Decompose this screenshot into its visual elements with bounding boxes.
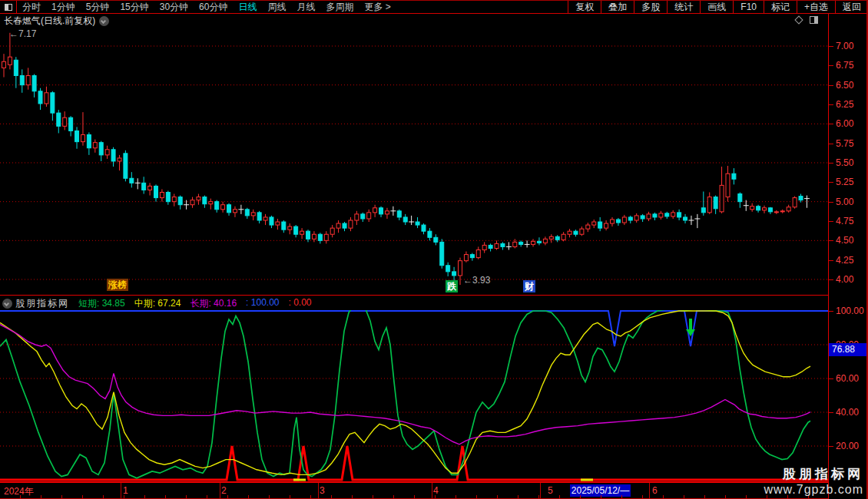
page-title: 长春燃气(日线.前复权) <box>0 15 95 28</box>
menu-item-period-1[interactable]: 1分钟 <box>46 1 81 13</box>
timeline-tick <box>649 483 650 498</box>
timeline-label-1: 1 <box>123 485 128 496</box>
panel-separator <box>0 295 868 296</box>
indicator-axis-tick <box>829 378 833 379</box>
timeline-tick <box>220 483 220 498</box>
title-row-icons <box>796 16 818 24</box>
price-axis-label: 5.75 <box>836 138 853 149</box>
indicator-axis-tick <box>829 446 833 447</box>
fall-event-badge[interactable]: 跌 <box>446 280 458 292</box>
window-split-icon <box>5 4 12 11</box>
menu-item-period-2[interactable]: 5分钟 <box>81 1 115 13</box>
watermark: 股朋指标网 www.7gpzb.com <box>764 467 864 497</box>
indicator-axis-label: 60.00 <box>836 373 859 384</box>
indicator-axis-tick <box>829 412 833 413</box>
cursor-value-box: 76.88 <box>829 343 868 356</box>
price-axis-tick <box>829 240 833 241</box>
timeline-label-3: 3 <box>320 485 325 496</box>
indicator-header: 股朋指标网 短期: 34.85中期: 67.24长期: 40.16: 100.0… <box>0 296 828 310</box>
timeline-label-0: 2024年 <box>4 485 34 498</box>
candlestick-chart[interactable]: ←7.17 ←3.93 涨榜 跌 财 <box>0 28 828 295</box>
timeline-label-4: 4 <box>433 485 439 496</box>
menu-item-period-9[interactable]: 多周期 <box>320 1 359 13</box>
title-row: 长春燃气(日线.前复权) <box>0 14 828 28</box>
price-axis-tick <box>829 202 833 203</box>
timeline-label-5: 5 <box>548 485 553 496</box>
price-axis-label: 6.25 <box>836 99 853 110</box>
cursor-date-box[interactable]: 2025/05/12/— <box>570 484 631 497</box>
indicator-axis-label: 40.00 <box>836 407 859 418</box>
price-axis-label: 7.00 <box>836 41 853 51</box>
price-axis-tick <box>829 163 833 164</box>
menu-item-tool-3[interactable]: 统计 <box>667 1 700 13</box>
timeline-tick <box>318 483 319 498</box>
menu-item-tool-5[interactable]: F10 <box>733 1 764 13</box>
timeline-tick <box>121 483 121 498</box>
menu-item-tool-6[interactable]: 标记 <box>764 1 797 13</box>
high-price-annotation: ←7.17 <box>9 28 36 39</box>
rank-event-badge[interactable]: 涨榜 <box>107 279 128 291</box>
price-axis-tick <box>829 46 833 47</box>
price-axis-label: 6.50 <box>836 80 853 91</box>
menu-item-period-10[interactable]: 更多 > <box>359 1 396 13</box>
indicator-axis-label: 100.00 <box>836 306 864 316</box>
timeline-tick <box>432 483 432 498</box>
legend-item-0: 短期: 34.85 <box>78 297 125 310</box>
legend-item-2: 长期: 40.16 <box>190 297 237 310</box>
price-axis-label: 5.50 <box>836 157 853 168</box>
tools-menu: 复权叠加多股统计画线F10标记+自选返回 <box>568 1 868 13</box>
indicator-axis-label: 20.00 <box>836 441 859 451</box>
indicator-dropdown-icon[interactable] <box>2 299 12 309</box>
price-axis-tick <box>829 182 833 183</box>
price-axis-tick <box>829 144 833 144</box>
window-split-button[interactable] <box>0 1 17 13</box>
watermark-brand: 股朋指标网 <box>764 467 864 482</box>
timeline-axis[interactable]: 2025/05/12/— 2024年123456 <box>0 481 828 499</box>
indicator-source-label: 股朋指标网 <box>15 297 69 310</box>
price-axis-label: 4.25 <box>836 255 853 266</box>
menu-item-tool-2[interactable]: 多股 <box>634 1 667 13</box>
timeline-tick <box>540 483 541 498</box>
menu-item-period-0[interactable]: 分时 <box>17 1 46 13</box>
price-axis-label: 5.00 <box>836 197 853 207</box>
menu-item-period-4[interactable]: 30分钟 <box>154 1 194 13</box>
menu-item-period-3[interactable]: 15分钟 <box>114 1 154 13</box>
price-axis-tick <box>829 260 833 261</box>
window-layout-icon[interactable] <box>810 16 818 24</box>
menu-item-period-6[interactable]: 日线 <box>233 1 262 13</box>
legend-item-1: 中期: 67.24 <box>134 297 181 310</box>
indicator-panel[interactable] <box>0 310 828 483</box>
price-axis-tick <box>829 85 833 86</box>
title-dropdown-icon[interactable] <box>99 16 109 26</box>
price-axis-label: 4.00 <box>836 274 853 285</box>
menu-item-period-8[interactable]: 月线 <box>291 1 320 13</box>
period-menu: 分时1分钟5分钟15分钟30分钟60分钟日线周线月线多周期更多 > <box>17 1 396 13</box>
timeline-label-2: 2 <box>221 485 227 496</box>
candles-canvas[interactable] <box>0 28 828 295</box>
diamond-icon[interactable] <box>794 15 803 24</box>
price-axis-tick <box>829 104 833 105</box>
top-menu-bar: 分时1分钟5分钟15分钟30分钟60分钟日线周线月线多周期更多 > 复权叠加多股… <box>0 0 868 14</box>
indicator-legend: 短期: 34.85中期: 67.24长期: 40.16: 100.00: 0.0… <box>69 297 312 310</box>
indicator-axis-tick <box>829 311 833 312</box>
timeline-label-6: 6 <box>652 485 658 496</box>
legend-item-4: : 0.00 <box>288 297 311 310</box>
low-price-annotation: ←3.93 <box>463 275 490 286</box>
price-axis-tick <box>829 65 833 66</box>
menu-item-tool-4[interactable]: 画线 <box>700 1 733 13</box>
menu-item-tool-8[interactable]: 返回 <box>835 1 868 13</box>
price-axis-tick <box>829 279 833 280</box>
finance-event-badge[interactable]: 财 <box>523 280 535 292</box>
price-axis-label: 6.75 <box>836 60 853 71</box>
price-axis-label: 6.00 <box>836 118 853 129</box>
menu-item-tool-7[interactable]: +自选 <box>797 1 835 13</box>
menu-item-tool-0[interactable]: 复权 <box>568 1 601 13</box>
indicator-canvas[interactable] <box>0 310 828 483</box>
menu-item-period-7[interactable]: 周线 <box>262 1 291 13</box>
menu-item-period-5[interactable]: 60分钟 <box>194 1 233 13</box>
menu-item-tool-1[interactable]: 叠加 <box>601 1 634 13</box>
price-axis-label: 4.75 <box>836 216 853 226</box>
right-axis-column: 7.006.756.506.256.005.755.505.255.004.75… <box>828 14 868 499</box>
price-axis-label: 4.50 <box>836 235 853 246</box>
trading-app-window: 分时1分钟5分钟15分钟30分钟60分钟日线周线月线多周期更多 > 复权叠加多股… <box>0 0 868 499</box>
